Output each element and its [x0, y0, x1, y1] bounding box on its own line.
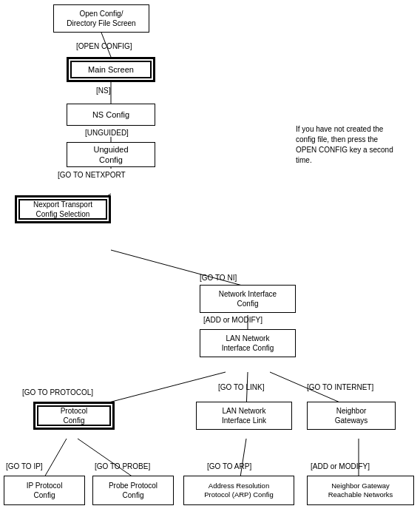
internet-key-label: [GO TO INTERNET] — [307, 383, 373, 391]
ip-key-label: [GO TO IP] — [6, 462, 43, 470]
add-modify2-label: [ADD or MODIFY] — [311, 462, 370, 470]
main-screen-node: Main Screen — [67, 57, 155, 82]
add-modify-label: [ADD or MODIFY] — [203, 316, 262, 324]
ip-protocol-node: IP Protocol Config — [4, 476, 85, 505]
probe-key-label: [GO TO PROBE] — [95, 462, 150, 470]
link-key-label: [GO TO LINK] — [218, 383, 264, 391]
lan-link-label: LAN Network Interface Link — [222, 406, 266, 425]
nexport-label: Nexport Transport Config Selection — [33, 200, 92, 219]
ns-config-node: NS Config — [67, 104, 155, 126]
ni-key-label: [GO TO NI] — [200, 274, 237, 282]
netxport-key-label: [GO TO NETXPORT — [58, 171, 126, 179]
lan-network-node: LAN Network Interface Config — [200, 329, 296, 357]
open-config-key-label: [OPEN CONFIG] — [76, 42, 132, 50]
open-config-label: Open Config/ Directory File Screen — [67, 9, 135, 28]
open-config-node: Open Config/ Directory File Screen — [53, 4, 149, 33]
neighbor-gw-label: Neighbor Gateways — [335, 406, 368, 425]
svg-line-9 — [44, 439, 67, 477]
protocol-config-label: Protocol Config — [61, 406, 88, 425]
ip-protocol-label: IP Protocol Config — [27, 481, 63, 500]
unguided-key-label: [UNGUIDED] — [85, 129, 129, 137]
neighbor-gw-node: Neighbor Gateways — [307, 402, 396, 430]
arp-config-label: Address Resolution Protocol (ARP) Config — [204, 482, 273, 500]
neighbor-reachable-label: Neighbor Gateway Reachable Networks — [328, 482, 393, 500]
protocol-config-node: Protocol Config — [33, 402, 115, 430]
ns-config-label: NS Config — [92, 109, 129, 120]
svg-line-11 — [240, 439, 246, 477]
ns-key-label: [NS] — [96, 87, 110, 95]
network-interface-label: Network Interface Config — [219, 289, 277, 308]
probe-protocol-node: Probe Protocol Config — [92, 476, 174, 505]
nexport-node: Nexport Transport Config Selection — [15, 195, 111, 223]
arp-config-node: Address Resolution Protocol (ARP) Config — [183, 476, 294, 505]
lan-link-node: LAN Network Interface Link — [196, 402, 292, 430]
unguided-config-label: Unguided Config — [93, 144, 128, 166]
probe-protocol-label: Probe Protocol Config — [109, 481, 158, 500]
network-interface-node: Network Interface Config — [200, 285, 296, 313]
svg-line-10 — [78, 439, 133, 477]
unguided-config-node: Unguided Config — [67, 142, 155, 167]
protocol-key-label: [GO TO PROTOCOL] — [22, 388, 93, 396]
main-screen-label: Main Screen — [88, 64, 134, 75]
note-text: If you have not created the config file,… — [296, 124, 414, 166]
lan-network-label: LAN Network Interface Config — [222, 334, 274, 353]
neighbor-reachable-node: Neighbor Gateway Reachable Networks — [307, 476, 414, 505]
arp-key-label: [GO TO ARP] — [207, 462, 251, 470]
